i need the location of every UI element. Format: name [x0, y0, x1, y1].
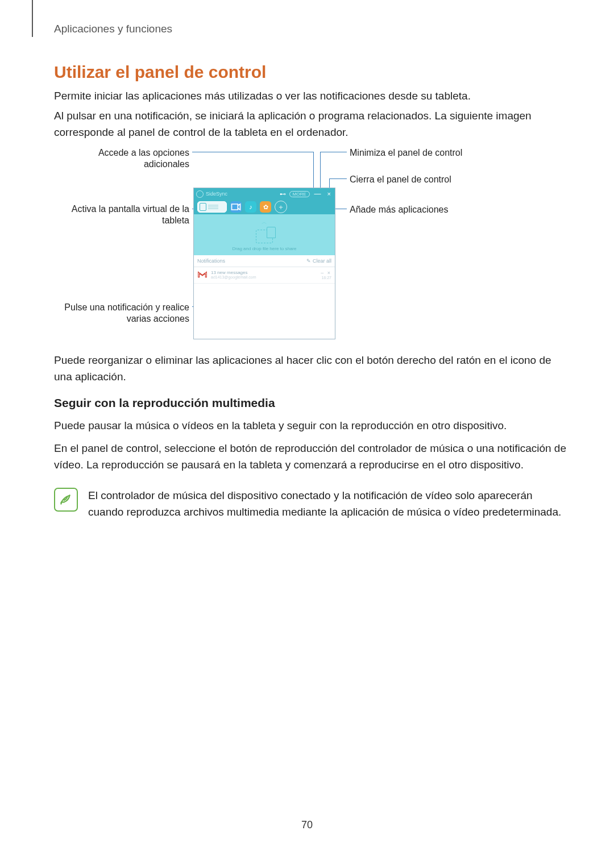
callout-notif: Pulse una notificación y realice varias …: [54, 302, 189, 325]
clear-icon: ✎: [306, 258, 311, 264]
chevron-up-icon: ︿: [262, 218, 267, 226]
heading-1: Utilizar el panel de control: [54, 63, 266, 82]
close-button[interactable]: ×: [326, 190, 333, 197]
file-share-icon: [256, 230, 273, 243]
notifications-header: Notifications ✎ Clear all: [194, 255, 335, 267]
connector: [313, 152, 314, 188]
virtual-screen-button[interactable]: [197, 201, 227, 213]
notif-title: 13 new messages: [211, 270, 317, 275]
tablet-icon: [200, 203, 206, 211]
connector: [192, 152, 313, 152]
notifications-label: Notifications: [197, 258, 225, 264]
notif-time: 18:27: [321, 276, 331, 280]
page-number: 70: [0, 819, 614, 831]
paragraph: Al pulsar en una notificación, se inicia…: [54, 108, 567, 140]
app-title: SideSync: [206, 191, 277, 197]
paragraph: Puede pausar la música o vídeos en la ta…: [54, 418, 567, 434]
running-header: Aplicaciones y funciones: [54, 23, 172, 35]
paragraph: Puede reorganizar o eliminar las aplicac…: [54, 352, 567, 385]
connector: [329, 178, 347, 179]
note-text: El controlador de música del dispositivo…: [88, 488, 567, 520]
heading-2: Seguir con la reproducción multimedia: [54, 396, 275, 410]
callout-close: Cierra el panel de control: [350, 174, 497, 185]
more-button[interactable]: MORE: [289, 191, 310, 197]
app-tile[interactable]: ♪: [245, 201, 256, 213]
notif-controls[interactable]: – ×: [321, 270, 331, 276]
gmail-icon: [197, 269, 208, 280]
callout-minimize: Minimiza el panel de control: [350, 147, 497, 159]
callout-addapps: Añade más aplicaciones: [350, 204, 497, 215]
notification-item[interactable]: 13 new messages ad1413@googlemail.com – …: [194, 267, 335, 284]
note-icon: [54, 488, 78, 512]
share-dropzone[interactable]: ︿ Drag and drop file here to share: [194, 214, 335, 255]
notif-subtitle: ad1413@googlemail.com: [211, 275, 317, 279]
clear-all-button[interactable]: Clear all: [313, 258, 331, 264]
app-launcher-row: ♪ ✿ +: [194, 200, 335, 214]
app-tile[interactable]: [230, 201, 242, 213]
callout-options: Accede a las opciones adicionales: [54, 147, 189, 170]
share-label: Drag and drop file here to share: [233, 246, 297, 251]
callout-mirror: Activa la pantalla virtual de la tableta: [54, 203, 189, 226]
paragraph: En el panel de control, seleccione el bo…: [54, 441, 567, 473]
app-titlebar: SideSync ⊷ MORE — ×: [194, 188, 335, 200]
connector: [320, 152, 347, 152]
sidesync-panel-mock: SideSync ⊷ MORE — × ♪ ✿ + ︿ Drag and dro…: [193, 188, 335, 339]
note-block: El controlador de música del dispositivo…: [54, 488, 567, 520]
connector: [320, 152, 321, 188]
usb-icon: ⊷: [280, 190, 286, 198]
paragraph: Permite iniciar las aplicaciones más uti…: [54, 88, 567, 105]
control-panel-diagram: Accede a las opciones adicionales Activa…: [54, 144, 567, 343]
minimize-button[interactable]: —: [312, 190, 323, 198]
refresh-icon: [196, 190, 204, 198]
page-margin-line: [32, 0, 33, 37]
add-app-button[interactable]: +: [275, 201, 287, 213]
app-tile[interactable]: ✿: [260, 201, 271, 213]
